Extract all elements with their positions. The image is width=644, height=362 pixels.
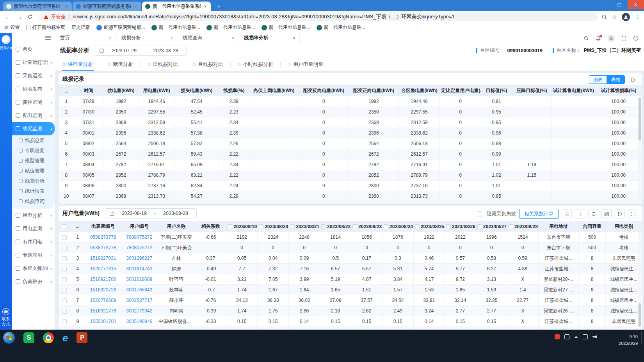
tab-close-icon[interactable]: ×	[64, 4, 69, 9]
date-column-checkbox[interactable]	[446, 224, 451, 229]
tab-close-icon[interactable]: ×	[293, 35, 295, 41]
forward-icon[interactable]: →	[16, 14, 23, 20]
fullscreen-icon[interactable]	[628, 209, 638, 218]
tab-close-icon[interactable]: ×	[170, 35, 173, 41]
date-column-checkbox[interactable]	[259, 224, 263, 229]
subtab-hourly-loss[interactable]: ◇小时线损分析	[236, 58, 275, 71]
sidebar-item-stat-report[interactable]: 统计报表	[12, 186, 55, 196]
subtab-monthly-loss[interactable]: ◇月线损对比	[191, 58, 224, 71]
cell-link[interactable]: 1520776609	[85, 295, 121, 306]
sidebar-item-metering[interactable]: 计量运行监测	[12, 56, 55, 69]
subtab-supply-analysis[interactable]: ◇供电量分析	[61, 58, 94, 71]
loss-date-range-picker[interactable]: 2023-07-29 - 2023-08-28	[95, 46, 187, 56]
cell-link[interactable]: 1519227031	[85, 253, 121, 264]
correlation-calc-button[interactable]: 相关系数计算	[519, 209, 559, 219]
sidebar-item-loss-monitor[interactable]: 线损监测	[12, 122, 55, 135]
row-checkbox[interactable]	[62, 309, 67, 314]
save-icon[interactable]	[601, 209, 612, 218]
add-icon[interactable]	[575, 209, 585, 218]
workspace-tab-loss-rate[interactable]: 线损率分析×	[238, 33, 300, 43]
cell-link[interactable]: 3001618089	[121, 274, 157, 285]
sidebar-item-distribution[interactable]: 配电监测	[12, 109, 55, 122]
maximize-button[interactable]: ▢	[611, 0, 628, 9]
subtab-value-analysis[interactable]: ◇赋值分析	[106, 58, 134, 71]
cell-link[interactable]: 3002779942	[121, 306, 157, 316]
subtab-daily-loss[interactable]: ◇日线损对比	[146, 58, 180, 71]
browser-tab-2[interactable]: 能源互联网营销服务系统 ×	[73, 2, 141, 11]
bookmark-eic-4[interactable]: 新一代用电信息采...	[317, 24, 365, 31]
bookmark-eic-2[interactable]: 新一代用电信息采...	[206, 24, 255, 31]
sidebar-item-load-identify[interactable]: 负荷辨识	[12, 275, 55, 288]
cell-link[interactable]: 0538273778	[85, 232, 121, 243]
chart-view-button[interactable]: 图表	[589, 75, 607, 84]
workspace-tab-loss-analysis[interactable]: 线损分析×	[116, 33, 177, 43]
cell-link[interactable]: 3005190947	[121, 327, 157, 330]
cell-link[interactable]: 3001614743	[121, 264, 157, 274]
sidebar-item-fee-control[interactable]: 费控监测	[12, 96, 55, 109]
cell-link[interactable]: 1555001700	[85, 316, 121, 327]
tray-help-icon[interactable]	[564, 334, 569, 339]
zoom-icon[interactable]	[601, 14, 607, 20]
sidebar-item-system-support[interactable]: 系统支撑功能	[12, 262, 55, 275]
browser-menu-icon[interactable]: ⋮	[635, 14, 640, 20]
wps-taskbar-icon[interactable]: S	[23, 332, 34, 343]
export-icon[interactable]	[615, 209, 625, 218]
cell-link[interactable]: 3002537717	[121, 295, 157, 306]
row-checkbox[interactable]	[62, 246, 67, 250]
sidebar-item-special-apps[interactable]: 专题应用	[12, 248, 55, 262]
url-text[interactable]: neweic.js.sgcc.com.cn/#/llm/line/LineRat…	[73, 13, 455, 20]
cell-link[interactable]: 7808075272	[121, 243, 157, 253]
tab-close-icon[interactable]: ×	[203, 4, 208, 9]
powerpoint-taskbar-icon[interactable]: P	[76, 332, 87, 343]
subtab-user-detail[interactable]: ◇用户电量明细	[286, 58, 325, 71]
tray-expand-icon[interactable]	[574, 336, 578, 338]
new-tab-button[interactable]: +	[214, 2, 224, 11]
refresh-icon[interactable]	[588, 209, 598, 218]
scrollbar-thumb[interactable]	[639, 303, 641, 327]
bookmark-newtab[interactable]: 打开新的标签页	[26, 24, 65, 31]
date-column-checkbox[interactable]	[228, 224, 232, 229]
cell-link[interactable]: 3001296227	[121, 253, 157, 264]
collapse-sidebar-icon[interactable]	[45, 36, 51, 40]
date-column-checkbox[interactable]	[509, 224, 513, 229]
end-date-value[interactable]: 2023-08-28	[159, 211, 192, 216]
row-checkbox[interactable]	[62, 235, 67, 240]
sidebar-item-loss-query[interactable]: 线损查询	[12, 196, 55, 206]
start-date-value[interactable]: 2023-07-29	[107, 48, 141, 53]
windows-start-button[interactable]	[3, 332, 15, 344]
bookmark-eic-3[interactable]: 新一代用电信息采...	[262, 24, 310, 31]
show-desktop-button[interactable]	[641, 332, 643, 344]
contact-block[interactable]: ☎ 联系方式	[0, 308, 12, 327]
fullscreen-icon[interactable]	[621, 36, 626, 41]
bookmark-marketing[interactable]: 能源互联网营销服...	[96, 24, 145, 31]
sidebar-item-usage-analysis[interactable]: 用电分析	[12, 209, 55, 222]
browser-tab-1[interactable]: 新型电力负荷管理系统 ×	[3, 2, 72, 11]
date-column-checkbox[interactable]	[384, 224, 388, 229]
sidebar-item-value-mgmt[interactable]: 赋值管理	[12, 166, 55, 176]
notifications-bell-icon[interactable]	[596, 35, 601, 41]
chrome-taskbar-icon[interactable]	[43, 332, 54, 343]
bookmark-star-icon[interactable]: ☆	[612, 13, 617, 20]
select-all-checkbox[interactable]	[62, 224, 66, 229]
bookmark-history[interactable]: 历史记录	[71, 24, 90, 31]
cell-link[interactable]: 3001765643	[121, 285, 157, 295]
insecure-label[interactable]: 不安全	[51, 14, 66, 20]
row-checkbox[interactable]	[62, 277, 67, 282]
bookmark-settings[interactable]: ⚙设置	[4, 24, 20, 31]
cell-link[interactable]: 1516921776	[85, 306, 121, 316]
sidebar-item-meter-reading[interactable]: 抄表发布	[12, 82, 55, 96]
cell-link[interactable]: 1516921786	[85, 274, 121, 285]
user-date-range-picker[interactable]: 2023-08-19 - 2023-08-28	[105, 208, 197, 218]
help-icon[interactable]: ?	[633, 35, 639, 41]
cell-link[interactable]: 3005190946	[121, 316, 157, 327]
row-checkbox[interactable]	[62, 298, 67, 303]
back-icon[interactable]: ←	[4, 14, 12, 20]
user-avatar-icon[interactable]	[608, 35, 615, 42]
row-checkbox[interactable]	[62, 288, 67, 293]
start-date-value[interactable]: 2023-08-19	[117, 211, 151, 216]
date-column-checkbox[interactable]	[321, 224, 326, 229]
search-icon[interactable]	[584, 35, 589, 41]
row-checkbox[interactable]	[62, 319, 67, 324]
date-column-checkbox[interactable]	[352, 224, 357, 229]
sidebar-item-loss-analysis[interactable]: 线损分析	[12, 176, 55, 186]
